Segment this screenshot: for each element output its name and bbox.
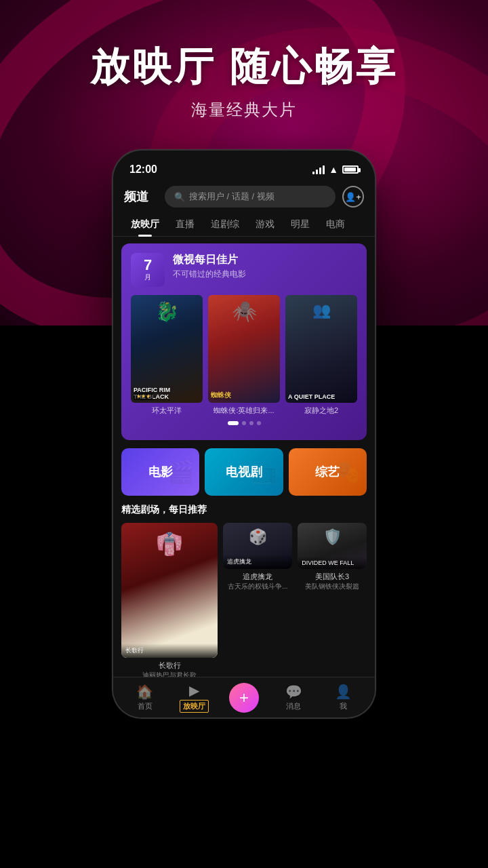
nav-profile-label: 我 <box>340 701 347 711</box>
tab-ecommerce[interactable]: 电商 <box>319 213 352 236</box>
drama-title-2: 追虎擒龙 <box>223 572 292 582</box>
drama-label-1: 长歌行 <box>121 644 218 658</box>
message-icon: 💬 <box>285 684 302 700</box>
search-icon: 🔍 <box>174 192 185 202</box>
poster-quiet-place[interactable]: 👥 A QUIET PLACE 寂静之地2 <box>285 295 357 416</box>
poster-label-2: 蜘蛛侠:英雄归来... <box>208 406 280 416</box>
drama-sub-3: 美队钢铁侠决裂篇 <box>298 582 367 591</box>
cat-tv[interactable]: 电视剧 📺 <box>205 448 283 496</box>
tab-drama[interactable]: 追剧综 <box>204 213 246 236</box>
nav-home-label: 首页 <box>138 701 152 711</box>
drama-title-1: 长歌行 <box>121 660 218 671</box>
hero-section: 放映厅 随心畅享 海量经典大片 <box>0 41 488 121</box>
carousel-dots <box>131 421 357 425</box>
signal-icon <box>312 165 325 174</box>
nav-home[interactable]: 🏠 首页 <box>120 684 169 711</box>
status-bar: 12:00 ▲ <box>113 151 375 180</box>
nav-profile[interactable]: 👤 我 <box>319 684 368 711</box>
date-num: 7 <box>144 258 152 273</box>
drama-label-2: 追虎擒龙 <box>223 555 292 569</box>
tab-game[interactable]: 游戏 <box>249 213 281 236</box>
drama-zhuihu[interactable]: 🎲 追虎擒龙 追虎擒龙 古天乐的权钱斗争... <box>223 523 292 591</box>
poster-pacific-rim[interactable]: 🐉 PACIFIC RIMTHE BLACK ★★★ 环太平洋 <box>131 295 203 416</box>
poster-badge-1: ★★★ <box>134 393 153 400</box>
plus-icon: + <box>239 688 249 707</box>
nav-tabs: 放映厅 直播 追剧综 游戏 明星 电商 <box>113 213 375 237</box>
phone-mockup: 12:00 ▲ 频道 🔍 搜索用户 / 话题 / 视频 <box>112 149 376 719</box>
hero-subtitle: 海量经典大片 <box>0 99 488 121</box>
nav-fanying[interactable]: ▶ 放映厅 <box>169 682 219 713</box>
profile-icon: 👤 <box>335 684 352 700</box>
date-unit: 月 <box>144 273 151 282</box>
poster-label-3: 寂静之地2 <box>285 406 357 416</box>
dot-2 <box>242 421 246 425</box>
poster-spiderman[interactable]: 🕷️ 蜘蛛侠 蜘蛛侠:英雄归来... <box>208 295 280 416</box>
cat-tv-label: 电视剧 <box>226 464 262 480</box>
banner-title: 微视每日佳片 <box>173 253 246 267</box>
cat-movie[interactable]: 电影 🎬 <box>121 448 199 496</box>
nav-message[interactable]: 💬 消息 <box>269 684 319 711</box>
nav-plus[interactable]: + <box>219 683 268 713</box>
dot-3 <box>249 421 253 425</box>
tab-live[interactable]: 直播 <box>169 213 201 236</box>
section-title-dramas: 精选剧场，每日推荐 <box>121 504 367 516</box>
dot-1 <box>228 421 239 425</box>
tab-star[interactable]: 明星 <box>284 213 317 236</box>
main-content: 7 月 微视每日佳片 不可错过的经典电影 🐉 PACIFIC RIMTHE B <box>113 237 375 677</box>
app-header: 频道 🔍 搜索用户 / 话题 / 视频 👤+ <box>113 180 375 213</box>
nav-message-label: 消息 <box>286 701 301 711</box>
nav-fanying-label: 放映厅 <box>180 700 209 713</box>
drama-sub-2: 古天乐的权钱斗争... <box>223 582 292 591</box>
wifi-icon: ▲ <box>329 164 338 175</box>
drama-captain-america[interactable]: 🛡️ DIVIDED WE FALL 美国队长3 美队钢铁侠决裂篇 <box>298 523 367 591</box>
dot-4 <box>257 421 261 425</box>
category-row: 电影 🎬 电视剧 📺 综艺 🎭 <box>121 448 367 496</box>
drama-sub-1: 迪丽热巴与君长歌 <box>121 671 218 677</box>
search-bar[interactable]: 🔍 搜索用户 / 话题 / 视频 <box>165 186 336 208</box>
status-time: 12:00 <box>129 163 157 176</box>
cat-variety[interactable]: 综艺 🎭 <box>289 448 367 496</box>
search-placeholder: 搜索用户 / 话题 / 视频 <box>189 191 274 203</box>
posters-row: 🐉 PACIFIC RIMTHE BLACK ★★★ 环太平洋 🕷️ 蜘蛛侠 蜘… <box>131 295 357 416</box>
tab-fanying[interactable]: 放映厅 <box>124 213 166 236</box>
home-icon: 🏠 <box>136 684 153 700</box>
add-user-button[interactable]: 👤+ <box>342 186 364 208</box>
drama-changgexing[interactable]: 👘 长歌行 长歌行 迪丽热巴与君长歌 <box>121 523 218 677</box>
drama-col3: 🛡️ DIVIDED WE FALL 美国队长3 美队钢铁侠决裂篇 <box>298 523 367 677</box>
cat-variety-label: 综艺 <box>315 464 340 480</box>
featured-banner[interactable]: 7 月 微视每日佳片 不可错过的经典电影 🐉 PACIFIC RIMTHE B <box>121 243 367 440</box>
cat-movie-label: 电影 <box>148 464 173 480</box>
drama-title-3: 美国队长3 <box>298 572 367 582</box>
hero-title: 放映厅 随心畅享 <box>0 41 488 94</box>
drama-label-3: DIVIDED WE FALL <box>298 557 367 569</box>
poster-text-2: 蜘蛛侠 <box>211 391 277 400</box>
banner-subtitle: 不可错过的经典电影 <box>173 269 246 280</box>
date-badge: 7 月 <box>131 253 165 287</box>
drama-col2: 🎲 追虎擒龙 追虎擒龙 古天乐的权钱斗争... <box>223 523 292 677</box>
fanying-icon: ▶ <box>189 682 199 698</box>
add-user-icon: 👤+ <box>345 192 361 202</box>
status-icons: ▲ <box>312 164 359 175</box>
plus-button[interactable]: + <box>229 683 259 713</box>
poster-label-1: 环太平洋 <box>131 406 203 416</box>
poster-text-3: A QUIET PLACE <box>288 393 354 400</box>
bottom-nav: 🏠 首页 ▶ 放映厅 + 💬 消息 👤 我 <box>113 677 375 717</box>
channel-title: 频道 <box>124 189 158 205</box>
battery-icon <box>342 165 359 174</box>
drama-row: 👘 长歌行 长歌行 迪丽热巴与君长歌 🎲 追虎擒龙 追虎擒龙 古天乐的权钱斗争 <box>121 523 367 677</box>
